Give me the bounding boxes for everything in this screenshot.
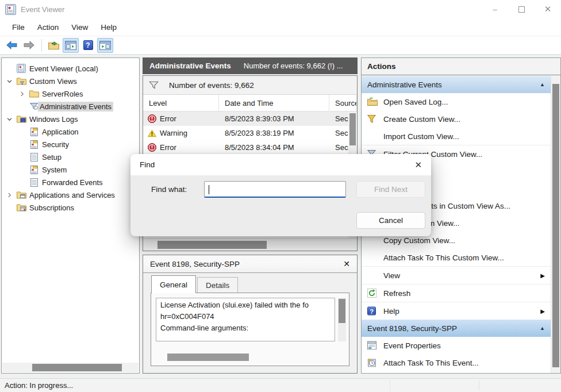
detail-content-box: License Activation (slui.exe) failed wit… bbox=[151, 293, 349, 366]
event-viewer-icon bbox=[16, 64, 27, 73]
tree-item-event-viewer-local[interactable]: Event Viewer (Local) bbox=[2, 62, 139, 75]
action-help[interactable]: ? Help ▶ bbox=[362, 302, 551, 320]
windows-logs-folder-icon bbox=[16, 115, 27, 123]
action-pane-icon bbox=[99, 41, 111, 50]
close-icon[interactable]: ✕ bbox=[343, 259, 350, 268]
minimize-button[interactable]: – bbox=[482, 0, 508, 18]
scheduled-task-icon bbox=[367, 359, 376, 367]
tab-general[interactable]: General bbox=[151, 275, 196, 293]
detail-tabs: General Details bbox=[143, 273, 357, 293]
tree-item-security[interactable]: Security bbox=[2, 138, 139, 151]
actions-section-administrative-events[interactable]: Administrative Events ▲ bbox=[362, 76, 551, 93]
status-text: Action: In progress... bbox=[5, 381, 73, 390]
filter-summary-text: Number of events: 9,662 bbox=[169, 81, 254, 90]
open-saved-log-button[interactable] bbox=[45, 38, 62, 53]
maximize-button[interactable] bbox=[508, 0, 535, 18]
tree-item-administrative-events[interactable]: Administrative Events bbox=[2, 100, 139, 113]
collapse-arrow-icon[interactable]: ▲ bbox=[540, 325, 545, 331]
action-view[interactable]: View ▶ bbox=[362, 267, 551, 284]
console-tree-icon bbox=[65, 41, 76, 50]
find-dialog-titlebar: Find ✕ bbox=[130, 154, 431, 175]
subscriptions-folder-icon bbox=[16, 203, 27, 212]
action-refresh[interactable]: Refresh bbox=[362, 285, 551, 302]
tree-item-windows-logs[interactable]: Windows Logs bbox=[2, 113, 139, 125]
column-header-date[interactable]: Date and Time bbox=[219, 95, 329, 111]
actions-pane-title: Actions bbox=[362, 58, 560, 75]
chevron-down-icon[interactable] bbox=[3, 79, 16, 84]
scrollbar-thumb[interactable] bbox=[349, 113, 356, 145]
open-folder-icon bbox=[48, 41, 59, 50]
scrollbar-thumb[interactable] bbox=[32, 364, 122, 371]
back-arrow-icon bbox=[6, 41, 18, 49]
tree-item-serverroles[interactable]: ServerRoles bbox=[2, 87, 139, 100]
event-row[interactable]: Warning 8/5/2023 8:38:19 PM Security-SPP bbox=[143, 126, 357, 140]
menu-file[interactable]: File bbox=[6, 21, 31, 34]
toggle-console-tree-button[interactable] bbox=[63, 38, 79, 53]
event-description-text[interactable]: License Activation (slui.exe) failed wit… bbox=[156, 298, 335, 341]
event-log-icon bbox=[28, 166, 40, 174]
tree-item-custom-views[interactable]: Custom Views bbox=[2, 75, 139, 87]
status-bar: Action: In progress... bbox=[0, 378, 561, 392]
scrollbar-thumb[interactable] bbox=[339, 299, 345, 323]
refresh-icon bbox=[367, 289, 376, 298]
close-icon[interactable]: ✕ bbox=[414, 160, 422, 170]
event-detail-title: Event 8198, Security-SPP bbox=[150, 260, 240, 268]
menu-help[interactable]: Help bbox=[94, 21, 123, 34]
help-icon: ? bbox=[367, 307, 376, 316]
actions-section-event-8198[interactable]: Event 8198, Security-SPP ▲ bbox=[362, 320, 551, 337]
scrollbar-thumb[interactable] bbox=[552, 84, 559, 367]
event-detail-header: Event 8198, Security-SPP ✕ bbox=[143, 255, 357, 273]
tree-item-system[interactable]: System bbox=[2, 163, 139, 176]
action-create-custom-view[interactable]: Create Custom View... bbox=[362, 110, 551, 128]
chevron-right-icon[interactable] bbox=[16, 91, 28, 97]
error-icon bbox=[148, 114, 156, 123]
action-attach-task-event[interactable]: Attach Task To This Event... bbox=[362, 354, 551, 371]
tree-item-setup[interactable]: Setup bbox=[2, 151, 139, 163]
menu-action[interactable]: Action bbox=[31, 21, 66, 34]
events-horizontal-scrollbar[interactable] bbox=[143, 238, 357, 251]
column-header-source[interactable]: Source bbox=[329, 95, 357, 111]
menu-view[interactable]: View bbox=[65, 21, 94, 34]
tree-horizontal-scrollbar[interactable] bbox=[2, 363, 139, 372]
event-row[interactable]: Error 8/5/2023 8:39:03 PM Security-SPP bbox=[143, 112, 357, 126]
forward-arrow-icon bbox=[23, 41, 35, 49]
submenu-arrow-icon: ▶ bbox=[540, 272, 545, 279]
detail-horizontal-scrollbar-thumb[interactable] bbox=[167, 353, 249, 361]
help-icon: ? bbox=[83, 40, 93, 50]
tree-item-forwarded-events[interactable]: Forwarded Events bbox=[2, 176, 139, 189]
action-event-properties[interactable]: Event Properties bbox=[362, 337, 551, 354]
funnel-yellow-icon bbox=[367, 115, 376, 124]
chevron-down-icon[interactable] bbox=[3, 117, 16, 122]
find-what-input[interactable] bbox=[204, 181, 346, 198]
collapse-arrow-icon[interactable]: ▲ bbox=[540, 82, 545, 87]
tab-details[interactable]: Details bbox=[197, 277, 238, 293]
event-row[interactable]: Error 8/5/2023 8:34:04 PM Security-SPP bbox=[143, 140, 357, 155]
find-dialog-title: Find bbox=[140, 160, 155, 169]
actions-vertical-scrollbar[interactable] bbox=[551, 76, 560, 373]
toggle-action-pane-button[interactable] bbox=[97, 38, 113, 53]
help-button[interactable]: ? bbox=[80, 38, 96, 53]
tree-item-applications-and-services[interactable]: Applications and Services bbox=[2, 189, 139, 201]
tree-item-subscriptions[interactable]: Subscriptions bbox=[2, 201, 139, 214]
column-header-level[interactable]: Level bbox=[143, 95, 219, 111]
titlebar: Event Viewer – ✕ bbox=[0, 0, 561, 18]
scrollbar-thumb[interactable] bbox=[157, 241, 267, 249]
back-button[interactable] bbox=[3, 38, 20, 53]
detail-vertical-scrollbar[interactable] bbox=[338, 298, 346, 341]
close-button[interactable]: ✕ bbox=[535, 0, 561, 18]
forward-button[interactable] bbox=[21, 38, 37, 53]
cancel-button[interactable]: Cancel bbox=[356, 212, 425, 229]
action-import-custom-view[interactable]: Import Custom View... bbox=[362, 128, 551, 145]
action-attach-task-custom-view[interactable]: Attach Task To This Custom View... bbox=[362, 249, 551, 266]
submenu-arrow-icon: ▶ bbox=[540, 308, 545, 314]
log-file-icon bbox=[28, 178, 40, 187]
folder-icon bbox=[28, 90, 40, 98]
events-pane-summary: Number of events: 9,662 (!) ... bbox=[244, 62, 343, 70]
tree-item-application[interactable]: Application bbox=[2, 125, 139, 138]
find-next-button[interactable]: Find Next bbox=[356, 181, 425, 198]
chevron-right-icon[interactable] bbox=[3, 193, 16, 198]
action-open-saved-log[interactable]: Open Saved Log... bbox=[362, 93, 551, 110]
warning-icon bbox=[148, 129, 156, 137]
statusbar-separator bbox=[479, 381, 479, 390]
open-folder-icon bbox=[367, 98, 378, 106]
